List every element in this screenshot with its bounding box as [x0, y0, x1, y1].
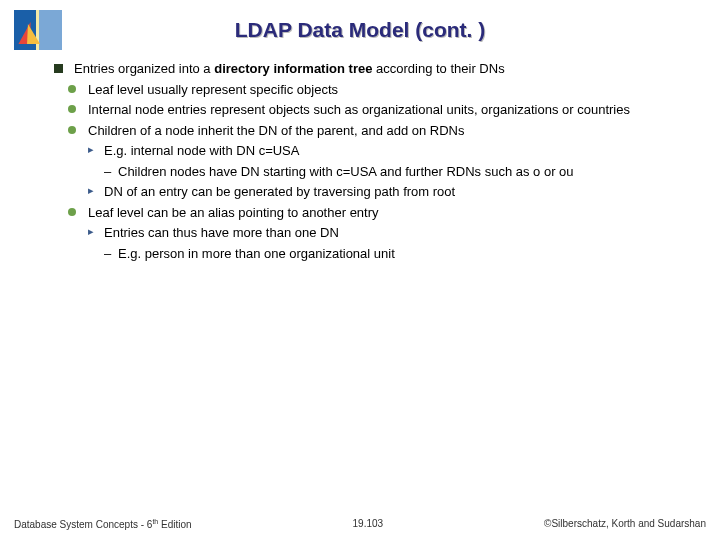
bullet-sub: Children of a node inherit the DN of the… — [68, 122, 690, 140]
bullet-sub: Leaf level can be an alias pointing to a… — [68, 204, 690, 222]
footer-left: Database System Concepts - 6th Edition — [14, 518, 192, 530]
bullet-sub: Leaf level usually represent specific ob… — [68, 81, 690, 99]
bullet-sub-sub-sub: Children nodes have DN starting with c=U… — [104, 163, 690, 181]
footer-left-pre: Database System Concepts - 6 — [14, 519, 152, 530]
bullet-sub-sub: Entries can thus have more than one DN — [88, 224, 690, 242]
bullet-sub: Internal node entries represent objects … — [68, 101, 690, 119]
slide-title: LDAP Data Model (cont. ) — [0, 0, 720, 60]
text-bold: directory information tree — [214, 61, 372, 76]
footer-left-post: Edition — [158, 519, 191, 530]
footer-center: 19.103 — [353, 518, 384, 530]
text-pre: Entries organized into a — [74, 61, 214, 76]
footer-right: ©Silberschatz, Korth and Sudarshan — [544, 518, 706, 530]
text-post: according to their DNs — [372, 61, 504, 76]
bullet-sub-sub-sub: E.g. person in more than one organizatio… — [104, 245, 690, 263]
bullet-sub-sub: E.g. internal node with DN c=USA — [88, 142, 690, 160]
slide-content: Entries organized into a directory infor… — [0, 60, 720, 262]
slide-logo — [14, 10, 62, 50]
slide-footer: Database System Concepts - 6th Edition 1… — [0, 518, 720, 530]
bullet-main: Entries organized into a directory infor… — [54, 60, 690, 78]
bullet-sub-sub: DN of an entry can be generated by trave… — [88, 183, 690, 201]
